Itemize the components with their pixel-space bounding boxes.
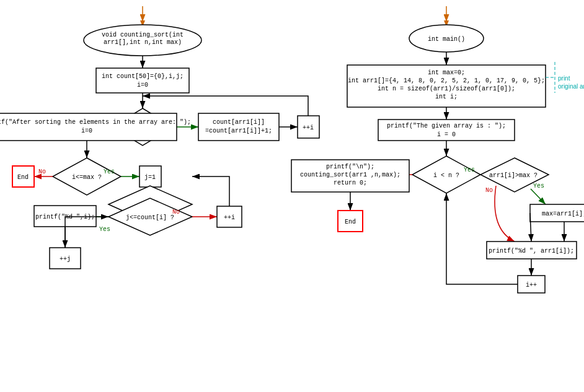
right-print-nl-text2: counting_sort(arr1 ,n,max);: [300, 172, 400, 178]
left-count-box: [198, 113, 279, 141]
left-cond2-text: i<=max ?: [72, 174, 102, 181]
right-init-text3: int n = sizeof(arr1)/sizeof(arr1[0]);: [378, 85, 515, 92]
left-count-text1: count[arr1[i]]: [213, 119, 265, 126]
left-cond3-text: j<=count[i] ?: [126, 214, 174, 221]
left-print-after-text1: printf("After sorting the elements in th…: [0, 119, 191, 126]
right-print-nl-text1: printf("\n");: [326, 163, 374, 170]
right-print-nl-text3: return 0;: [334, 180, 367, 186]
left-inc-i2-text: ++i: [224, 214, 235, 221]
left-end-text: End: [17, 174, 29, 181]
right-annotation: print: [558, 75, 570, 82]
right-cond2-no: No: [485, 187, 493, 194]
right-end1-text: End: [345, 219, 356, 225]
right-cond1-yes: Yes: [464, 167, 475, 173]
left-count-text2: =count[arr1[i]]+1;: [205, 128, 272, 134]
left-init-text2: i=0: [137, 82, 148, 89]
left-cond2-yes: Yes: [104, 168, 115, 175]
left-func-text: void counting_sort(int: [102, 32, 184, 38]
right-cond2-text: arr1[i]>max ?: [489, 172, 538, 179]
right-init-text4: int i;: [435, 94, 458, 100]
right-max-text: max=arr1[i];: [542, 211, 584, 217]
flowchart-canvas: void counting_sort(int arr1[],int n,int …: [0, 0, 584, 392]
left-func-text2: arr1[],int n,int max): [104, 39, 182, 46]
svg-line-28: [531, 189, 546, 204]
flowchart-svg: void counting_sort(int arr1[],int n,int …: [0, 0, 584, 392]
right-inc-i-text: i++: [526, 282, 537, 289]
right-annotation2: original array: [558, 83, 584, 90]
right-init-text2: int arr1[]={4, 14, 8, 0, 2, 5, 2, 1, 0, …: [348, 77, 545, 84]
left-print-after-box: [0, 113, 177, 141]
right-func-text: int main(): [428, 36, 465, 43]
left-j-init-text: j=1: [144, 174, 156, 181]
right-printf-given-text1: printf("The given array is : ");: [387, 123, 506, 129]
left-cond3-yes: Yes: [99, 226, 110, 233]
right-init-text1: int max=0;: [428, 69, 465, 76]
right-printf-arr-text: printf("%d ", arr1[i]);: [489, 248, 574, 255]
left-print-after-text2: i=0: [81, 128, 92, 134]
left-cond3-no: No: [172, 209, 180, 216]
right-cond1-text: i < n ?: [433, 172, 459, 179]
left-cond2-no: No: [38, 168, 46, 175]
left-init-text1: int count[50]={0},i,j;: [102, 73, 184, 80]
left-inc-i1-text: ++i: [303, 124, 314, 131]
left-inc-j-text: ++j: [60, 256, 71, 263]
right-printf-given-text2: i = 0: [437, 131, 456, 138]
right-cond2-yes: Yes: [533, 183, 544, 189]
left-init-box: [96, 68, 189, 93]
